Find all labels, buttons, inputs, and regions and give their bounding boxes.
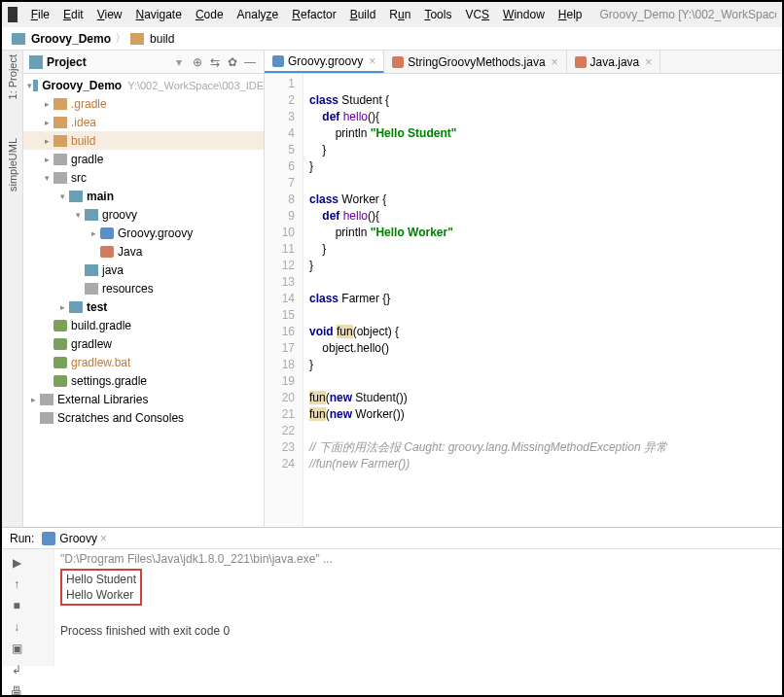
rerun-button[interactable]: ▶ xyxy=(6,553,27,573)
folder-icon xyxy=(130,33,144,45)
breadcrumb-separator: 〉 xyxy=(115,30,126,47)
console-out-1: Hello Student xyxy=(66,572,136,587)
groovy-icon xyxy=(42,532,55,545)
tree-root[interactable]: ▾Groovy_DemoY:\002_WorkSpace\003_IDE xyxy=(23,76,264,94)
tree-groovy-dir[interactable]: ▾groovy xyxy=(23,205,264,224)
menubar: File Edit View Navigate Code Analyze Ref… xyxy=(2,2,782,27)
tree-idea[interactable]: ▸.idea xyxy=(23,113,264,131)
project-view-icon xyxy=(29,55,43,69)
menu-refactor[interactable]: Refactor xyxy=(286,5,341,24)
run-toolbar: ▶ ↑ ■ ↓ ▣ ↲ 🖶 🗑 » xyxy=(2,549,54,666)
title-path: Groovy_Demo [Y:\002_WorkSpace\003_IDEA\G… xyxy=(599,8,776,21)
menu-analyze[interactable]: Analyze xyxy=(232,5,285,24)
console-out-2: Hello Worker xyxy=(66,587,136,603)
editor-tabs: Groovy.groovy× StringGroovyMethods.java×… xyxy=(265,51,782,74)
app-logo-icon xyxy=(8,7,18,22)
tree-gradlew-bat[interactable]: gradlew.bat xyxy=(23,353,264,371)
project-header: Project ▾ ⊕ ⇆ ✿ — xyxy=(23,51,264,74)
tree-scratches[interactable]: Scratches and Consoles xyxy=(23,408,264,427)
editor-area: Groovy.groovy× StringGroovyMethods.java×… xyxy=(265,51,782,527)
tree-build[interactable]: ▸build xyxy=(23,131,264,150)
project-header-title[interactable]: Project xyxy=(47,55,176,69)
tree-gradle[interactable]: ▸.gradle xyxy=(23,94,264,113)
project-icon xyxy=(12,33,25,45)
stop-button[interactable]: ■ xyxy=(6,596,27,615)
tree-resources[interactable]: resources xyxy=(23,279,264,297)
up-button[interactable]: ↑ xyxy=(6,575,27,594)
close-icon[interactable]: × xyxy=(552,55,558,69)
tree-gradlew[interactable]: gradlew xyxy=(23,334,264,353)
menu-vcs[interactable]: VCS xyxy=(459,5,495,24)
layout-button[interactable]: ▣ xyxy=(6,639,27,658)
down-button[interactable]: ↓ xyxy=(6,617,27,637)
settings-icon[interactable]: ✿ xyxy=(225,54,240,70)
java-icon xyxy=(575,56,587,68)
print-button[interactable]: 🖶 xyxy=(6,681,27,697)
java-icon xyxy=(392,56,404,68)
wrap-button[interactable]: ↲ xyxy=(6,660,27,680)
close-icon[interactable]: × xyxy=(645,55,652,69)
close-icon[interactable]: × xyxy=(100,532,107,545)
groovy-icon xyxy=(272,55,284,67)
tree-gradle2[interactable]: ▸gradle xyxy=(23,150,264,168)
menu-run[interactable]: Run xyxy=(383,5,416,24)
breadcrumb: Groovy_Demo 〉 build xyxy=(2,27,782,51)
menu-navigate[interactable]: Navigate xyxy=(130,5,188,24)
run-tool-window: Run: Groovy × ▶ ↑ ■ ↓ ▣ ↲ 🖶 🗑 » "D:\Prog… xyxy=(2,527,782,666)
locate-icon[interactable]: ⊕ xyxy=(190,54,205,70)
tree-java-dir[interactable]: java xyxy=(23,261,264,279)
menu-edit[interactable]: Edit xyxy=(57,5,89,24)
menu-view[interactable]: View xyxy=(91,5,128,24)
tree-settings-gradle[interactable]: settings.gradle xyxy=(23,371,264,390)
menu-build[interactable]: Build xyxy=(344,5,382,24)
project-tool-window: Project ▾ ⊕ ⇆ ✿ — ▾Groovy_DemoY:\002_Wor… xyxy=(23,51,265,527)
breadcrumb-project[interactable]: Groovy_Demo xyxy=(31,32,111,46)
run-header: Run: Groovy × xyxy=(2,528,782,549)
hide-icon[interactable]: — xyxy=(242,54,258,70)
collapse-icon[interactable]: ⇆ xyxy=(207,54,223,70)
toolwindow-simpleuml[interactable]: simpleUML xyxy=(7,138,18,192)
console-cmd: "D:\Program Files\Java\jdk1.8.0_221\bin\… xyxy=(60,551,776,567)
run-config-name[interactable]: Groovy xyxy=(59,532,97,545)
left-tool-rail: 1: Project simpleUML xyxy=(2,51,23,527)
line-gutter: 123456789101112131415161718192021222324 xyxy=(265,74,303,527)
tree-java-file[interactable]: Java xyxy=(23,242,264,261)
tab-groovy[interactable]: Groovy.groovy× xyxy=(265,51,384,73)
tree-groovy-file[interactable]: ▸Groovy.groovy xyxy=(23,224,264,242)
breadcrumb-folder[interactable]: build xyxy=(150,32,174,46)
output-highlight: Hello Student Hello Worker xyxy=(60,569,142,606)
dropdown-icon[interactable]: ▾ xyxy=(176,55,182,69)
tab-java[interactable]: Java.java× xyxy=(567,51,661,73)
menu-help[interactable]: Help xyxy=(552,5,588,24)
menu-window[interactable]: Window xyxy=(497,5,551,24)
console-output[interactable]: "D:\Program Files\Java\jdk1.8.0_221\bin\… xyxy=(54,549,782,666)
menu-file[interactable]: File xyxy=(25,5,55,24)
tab-string-methods[interactable]: StringGroovyMethods.java× xyxy=(384,51,566,73)
menu-tools[interactable]: Tools xyxy=(418,5,457,24)
toolwindow-project[interactable]: 1: Project xyxy=(7,54,18,99)
tree-build-gradle[interactable]: build.gradle xyxy=(23,316,264,334)
close-icon[interactable]: × xyxy=(369,54,375,68)
tree-main[interactable]: ▾main xyxy=(23,187,264,205)
console-exit: Process finished with exit code 0 xyxy=(60,623,776,639)
tree-ext-lib[interactable]: ▸External Libraries xyxy=(23,390,264,408)
tree-test[interactable]: ▸test xyxy=(23,297,264,316)
code-content[interactable]: class Student { def hello(){ println "He… xyxy=(303,74,782,527)
tree-src[interactable]: ▾src xyxy=(23,168,264,187)
menu-code[interactable]: Code xyxy=(190,5,230,24)
code-editor[interactable]: 123456789101112131415161718192021222324 … xyxy=(265,74,782,527)
run-label: Run: xyxy=(10,532,34,545)
project-tree[interactable]: ▾Groovy_DemoY:\002_WorkSpace\003_IDE ▸.g… xyxy=(23,74,264,527)
